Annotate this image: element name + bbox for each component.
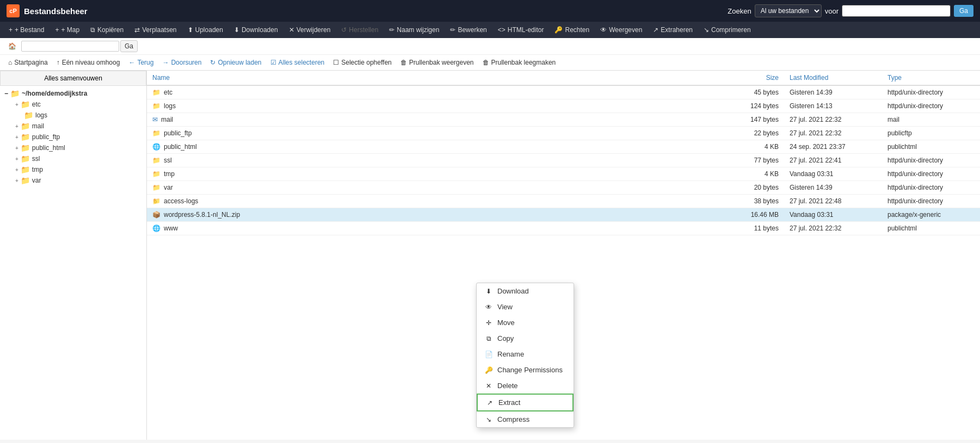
tree-label: logs <box>35 111 47 119</box>
table-row[interactable]: 🌐 www 11 bytes 27 jul. 2021 22:32 public… <box>147 222 980 235</box>
file-size-cell: 147 bytes <box>719 113 784 127</box>
table-row[interactable]: 📁 tmp 4 KB Vandaag 03:31 httpd/unix-dire… <box>147 167 980 181</box>
doorsuren-button[interactable]: → Doorsuren <box>158 57 205 68</box>
context-menu-item-move[interactable]: ✛Move <box>477 315 574 330</box>
file-name-cell[interactable]: 🌐 public_html <box>147 140 719 154</box>
context-menu-item-download[interactable]: ⬇Download <box>477 283 574 299</box>
prullenbak-weergeven-button[interactable]: 🗑 Prullenbak weergeven <box>397 57 478 68</box>
tree-item-ssl[interactable]: + 📁 ssl <box>0 153 146 164</box>
context-menu-item-delete[interactable]: ✕Delete <box>477 378 574 394</box>
tree-item-public-ftp[interactable]: + 📁 public_ftp <box>0 132 146 142</box>
context-menu-item-copy[interactable]: ⧉Copy <box>477 330 574 346</box>
file-name-cell[interactable]: 🌐 www <box>147 222 719 235</box>
toolbar-bestand[interactable]: + + Bestand <box>4 24 48 36</box>
tree-item-var[interactable]: + 📁 var <box>0 175 146 186</box>
context-menu-item-change-permissions[interactable]: 🔑Change Permissions <box>477 362 574 378</box>
tree-label: public_ftp <box>32 133 60 141</box>
file-name-cell[interactable]: 📁 public_ftp <box>147 127 719 140</box>
file-name-cell[interactable]: 📁 logs <box>147 99 719 113</box>
file-name-cell[interactable]: 📁 tmp <box>147 167 719 181</box>
search-input[interactable] <box>842 5 951 17</box>
ctx-icon-view: 👁 <box>484 303 493 311</box>
table-row[interactable]: 📁⚙ access-logs 38 bytes 27 jul. 2021 22:… <box>147 195 980 208</box>
tree-item-etc[interactable]: + 📁 etc <box>0 99 146 110</box>
file-name-cell[interactable]: 📁 var <box>147 181 719 195</box>
search-scope-select[interactable]: Al uw bestanden <box>755 4 822 17</box>
ctx-label-download: Download <box>497 287 529 295</box>
file-type-cell: httpd/unix-directory <box>882 195 980 208</box>
toolbar-map[interactable]: + + Map <box>51 24 84 36</box>
prullenbak-leegmaken-button[interactable]: 🗑 Prullenbak leegmaken <box>479 57 560 68</box>
file-modified-cell: Vandaag 03:31 <box>784 208 882 222</box>
file-name-cell[interactable]: 📁 etc <box>147 85 719 99</box>
path-go-button[interactable]: Ga <box>120 40 138 52</box>
tree-root[interactable]: − 📁 ~/home/demodijkstra <box>0 88 146 99</box>
table-row[interactable]: 📁 public_ftp 22 bytes 27 jul. 2021 22:32… <box>147 127 980 140</box>
context-menu-item-view[interactable]: 👁View <box>477 299 574 315</box>
terug-button[interactable]: ← Terug <box>125 57 157 68</box>
tree-label: tmp <box>32 166 43 173</box>
search-go-button[interactable]: Ga <box>954 5 973 17</box>
table-row[interactable]: 📦 wordpress-5.8.1-nl_NL.zip 16.46 MB Van… <box>147 208 980 222</box>
file-type-cell: mail <box>882 113 980 127</box>
startpagina-button[interactable]: ⌂ Startpagina <box>4 57 52 68</box>
toolbar-verplaatsen[interactable]: ⇄ Verplaatsen <box>130 24 181 36</box>
col-modified[interactable]: Last Modified <box>784 71 882 85</box>
context-menu-item-extract[interactable]: ↗Extract <box>477 394 574 411</box>
toolbar-html-editor[interactable]: <> HTML-editor <box>494 24 548 36</box>
root-label: ~/home/demodijkstra <box>22 90 87 97</box>
tree-item-public-html[interactable]: + 📁 public_html <box>0 142 146 153</box>
selectie-opheffen-button[interactable]: ☐ Selectie opheffen <box>329 57 396 68</box>
ctx-label-delete: Delete <box>497 382 518 390</box>
tree-item-mail[interactable]: + 📁 mail <box>0 121 146 132</box>
table-row[interactable]: 📁 logs 124 bytes Gisteren 14:13 httpd/un… <box>147 99 980 113</box>
file-name-cell[interactable]: 📦 wordpress-5.8.1-nl_NL.zip <box>147 208 719 222</box>
context-menu-item-compress[interactable]: ↘Compress <box>477 411 574 427</box>
file-type-icon: 📁 <box>152 184 161 191</box>
tree-item-logs[interactable]: 📁 logs <box>0 110 146 121</box>
toolbar-kopieren[interactable]: ⧉ Kopiëren <box>86 24 128 36</box>
folder-icon: 📁 <box>21 176 30 185</box>
context-menu-item-rename[interactable]: 📄Rename <box>477 346 574 362</box>
een-niveau-button[interactable]: ↑ Eén niveau omhoog <box>53 57 124 68</box>
toolbar-naam-wijzigen[interactable]: ✏ Naam wijzigen <box>385 24 443 36</box>
file-name-cell[interactable]: 📁 ssl <box>147 154 719 167</box>
toolbar-uploaden[interactable]: ⬆ Uploaden <box>183 24 227 36</box>
alles-selecteren-button[interactable]: ☑ Alles selecteren <box>267 57 329 68</box>
toolbar-bewerken[interactable]: ✏ Bewerken <box>446 24 491 36</box>
col-type[interactable]: Type <box>882 71 980 85</box>
toolbar-rechten[interactable]: 🔑 Rechten <box>550 24 594 36</box>
ctx-label-copy: Copy <box>497 334 514 342</box>
toolbar-downloaden[interactable]: ⬇ Downloaden <box>230 24 282 36</box>
file-modified-cell: 27 jul. 2021 22:32 <box>784 113 882 127</box>
file-name-cell[interactable]: ✉ mail <box>147 113 719 127</box>
file-modified-cell: Gisteren 14:39 <box>784 85 882 99</box>
plus-icon: + <box>15 145 19 151</box>
col-name[interactable]: Name <box>147 71 719 85</box>
file-table: Name Size Last Modified Type 📁 etc 45 by… <box>147 71 980 235</box>
table-row[interactable]: 📁 ssl 77 bytes 27 jul. 2021 22:41 httpd/… <box>147 154 980 167</box>
col-size[interactable]: Size <box>719 71 784 85</box>
toolbar-extraheren[interactable]: ↗ Extraheren <box>649 24 697 36</box>
tree-label: public_html <box>32 144 65 152</box>
file-size-cell: 16.46 MB <box>719 208 784 222</box>
file-name: logs <box>164 102 176 110</box>
toolbar-comprimeren[interactable]: ↘ Comprimeren <box>699 24 755 36</box>
tree-label: etc <box>32 101 41 108</box>
toolbar-weergeven[interactable]: 👁 Weergeven <box>596 24 646 36</box>
toolbar-verwijderen[interactable]: ✕ Verwijderen <box>285 24 335 36</box>
collapse-button[interactable]: Alles samenvouwen <box>0 71 146 86</box>
opnieuw-laden-button[interactable]: ↻ Opnieuw laden <box>206 57 265 68</box>
tree-label: mail <box>32 122 44 130</box>
home-button[interactable]: 🏠 <box>4 41 20 52</box>
ctx-icon-extract: ↗ <box>485 399 494 407</box>
file-name-cell[interactable]: 📁⚙ access-logs <box>147 195 719 208</box>
table-row[interactable]: 📁 var 20 bytes Gisteren 14:39 httpd/unix… <box>147 181 980 195</box>
path-input[interactable] <box>21 41 119 52</box>
table-row[interactable]: 🌐 public_html 4 KB 24 sep. 2021 23:37 pu… <box>147 140 980 154</box>
table-row[interactable]: 📁 etc 45 bytes Gisteren 14:39 httpd/unix… <box>147 85 980 99</box>
tree-item-tmp[interactable]: + 📁 tmp <box>0 164 146 175</box>
context-menu: ⬇Download👁View✛Move⧉Copy📄Rename🔑Change P… <box>476 283 574 428</box>
table-row[interactable]: ✉ mail 147 bytes 27 jul. 2021 22:32 mail <box>147 113 980 127</box>
folder-icon: 📁 <box>24 111 33 120</box>
